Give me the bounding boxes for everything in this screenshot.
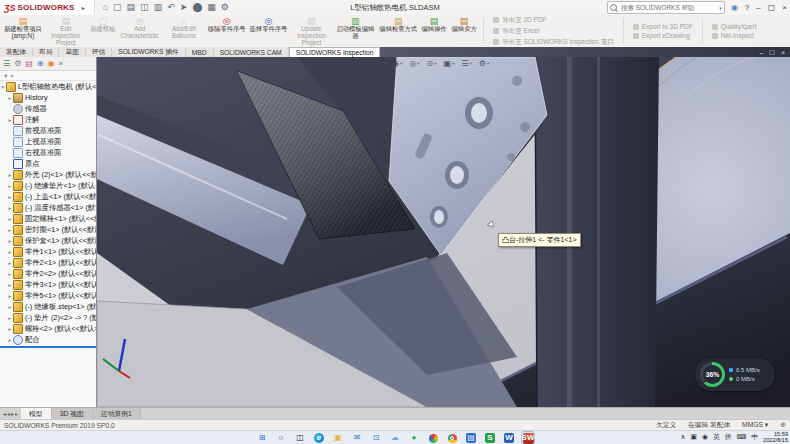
units-selector[interactable]: MMGS ▾: [742, 421, 768, 429]
tree-item[interactable]: 原点: [0, 158, 96, 169]
view-tool-icon[interactable]: ⚙ ▾: [479, 60, 489, 68]
export-menu-item[interactable]: Net-Inspect: [712, 32, 757, 39]
filter-caret-icon[interactable]: ▾: [10, 73, 13, 79]
export-menu-item[interactable]: 导出至 SOLIDWORKS Inspection 项目: [493, 38, 614, 47]
search-dropdown-icon[interactable]: ▾: [719, 5, 722, 11]
chevron-down-icon[interactable]: ▾: [400, 62, 402, 67]
panel-tab-icon[interactable]: ⚙: [14, 60, 21, 68]
chevron-down-icon[interactable]: ▾: [384, 62, 386, 67]
taskbar-icon[interactable]: ◫: [294, 432, 306, 444]
chevron-down-icon[interactable]: ▾: [452, 62, 454, 67]
taskbar-icon[interactable]: ☁: [389, 432, 401, 444]
taskbar-icon[interactable]: ▤: [465, 432, 477, 444]
view-tool-icon[interactable]: ▣ ▾: [444, 60, 455, 68]
ribbon-button[interactable]: ○ Add/Edit Balloons: [162, 15, 206, 47]
child-minimize-button[interactable]: –: [759, 49, 763, 56]
ribbon-button[interactable]: ▤ Edit Inspection Project: [44, 15, 88, 47]
tree-item[interactable]: 上视基准面: [0, 136, 96, 147]
minimize-button[interactable]: –: [756, 3, 760, 12]
ribbon-button[interactable]: ▤ 编辑操作: [419, 15, 449, 47]
child-close-button[interactable]: ×: [781, 49, 785, 56]
chevron-down-icon[interactable]: ▾: [434, 62, 436, 67]
view-tool-icon[interactable]: ⊟ ▾: [376, 60, 386, 68]
3d-viewport[interactable]: ⊡ ▾ ⊟ ▾ ◈ ▾ ◎ ▾: [97, 57, 790, 407]
tree-item[interactable]: ▸ 零件5<1> (默认<<默认>_显示状态: [0, 290, 96, 301]
taskbar-clock[interactable]: 15:59 2022/8/15: [763, 431, 788, 444]
export-menu-item[interactable]: QualityXpert: [712, 23, 757, 30]
login-icon[interactable]: ◉: [731, 3, 738, 12]
ribbon-button[interactable]: ◎ 选择零件序号: [248, 15, 290, 47]
help-search-box[interactable]: ▾: [607, 1, 725, 14]
export-menu-item[interactable]: 导出至 2D PDF: [493, 16, 614, 25]
export-menu-item[interactable]: Export to 3D PDF: [633, 23, 693, 30]
tree-item[interactable]: ▸ 零件2<2> (默认<<默认>_显示状态: [0, 268, 96, 279]
tab-scroll-arrow-icon[interactable]: ◂: [3, 410, 6, 417]
quick-access-icon[interactable]: ▤: [127, 3, 136, 12]
taskbar-icon[interactable]: SW: [522, 432, 534, 444]
tree-item[interactable]: ▸ 零件3<1> (默认<<默认>_显示状态: [0, 279, 96, 290]
ribbon-button[interactable]: ▤ 新建检查项目 (amp;N): [2, 15, 44, 47]
document-tab[interactable]: 运动算例1: [93, 408, 141, 419]
ribbon-button[interactable]: ▢ 新建模板: [88, 15, 118, 47]
taskbar-icon[interactable]: ●: [408, 432, 420, 444]
command-tab[interactable]: MBD: [186, 47, 214, 57]
tree-item[interactable]: ▸ (-) 上盖<1> (默认<<默认>_显示状: [0, 191, 96, 202]
quick-access-icon[interactable]: ▢: [113, 3, 122, 12]
tray-icon[interactable]: ▣: [691, 434, 697, 441]
tree-item[interactable]: ▸ 密封圈<1> (默认<<默认>_显示状: [0, 224, 96, 235]
command-tab[interactable]: 装配体: [0, 47, 33, 57]
tree-item[interactable]: ▸ 固定螺栓<1> (默认<<默认>_显示: [0, 213, 96, 224]
panel-tab-icon[interactable]: ▤: [25, 60, 33, 68]
quick-access-icon[interactable]: ▥: [154, 3, 163, 12]
tree-item[interactable]: ▸ 保护套<1> (默认<<默认>_显示状: [0, 235, 96, 246]
taskbar-icon[interactable]: W: [503, 432, 515, 444]
tree-item[interactable]: ▸ 外壳 (2)<1> (默认<<默认>_显示状: [0, 169, 96, 180]
taskbar-icon[interactable]: ▣: [332, 432, 344, 444]
tree-item[interactable]: ▸ 螺栓<2> (默认<<默认>_显示状态: [0, 323, 96, 334]
taskbar-icon[interactable]: [446, 432, 458, 444]
command-tab[interactable]: 评估: [86, 47, 112, 57]
tree-item[interactable]: 前视基准面: [0, 125, 96, 136]
tray-icon[interactable]: 英: [713, 434, 720, 441]
tab-scroll-arrow-icon[interactable]: ▸: [15, 410, 18, 417]
ribbon-button[interactable]: ▤ 编辑检查方式: [377, 15, 419, 47]
tray-icon[interactable]: 中: [751, 434, 758, 441]
taskbar-icon[interactable]: ⊡: [370, 432, 382, 444]
tray-icon[interactable]: ⌨: [737, 434, 747, 441]
tree-item[interactable]: ▸ History: [0, 92, 96, 103]
taskbar-icon[interactable]: ✉: [351, 432, 363, 444]
command-tab[interactable]: SOLIDWORKS 插件: [112, 47, 186, 57]
quick-access-icon[interactable]: ➤: [180, 3, 188, 12]
view-tool-icon[interactable]: ◈ ▾: [393, 60, 402, 68]
tree-item[interactable]: ▸ (-) 垫片 (2)<2> -> ? (默认<<默认>: [0, 312, 96, 323]
quick-access-icon[interactable]: ↶: [167, 3, 175, 12]
tab-scroll-arrow-icon[interactable]: ▸: [11, 410, 14, 417]
document-tab[interactable]: 模型: [21, 408, 52, 419]
view-tool-icon[interactable]: ☰ ▾: [461, 60, 471, 68]
tree-item[interactable]: ▸ 注解: [0, 114, 96, 125]
tree-item[interactable]: ▸ (-) 绝缘垫片<1> (默认<<默认>_显: [0, 180, 96, 191]
tab-scroll-arrow-icon[interactable]: ◂: [7, 410, 10, 417]
command-tab[interactable]: SOLIDWORKS CAM: [214, 47, 289, 57]
tree-filter-row[interactable]: ▼ ▾: [0, 71, 96, 81]
taskbar-icon[interactable]: e: [313, 432, 325, 444]
quick-access-icon[interactable]: ◫: [140, 3, 149, 12]
panel-tab-icon[interactable]: ⊕: [37, 60, 44, 68]
panel-tab-icon[interactable]: ◉: [48, 60, 55, 68]
ribbon-button[interactable]: ▤ 编辑卖方: [449, 15, 479, 47]
quick-access-icon[interactable]: ⚙: [221, 3, 229, 12]
chevron-down-icon[interactable]: ▾: [367, 62, 369, 67]
help-button[interactable]: ?: [745, 3, 749, 12]
panel-tab-icon[interactable]: »: [59, 60, 63, 68]
tray-icon[interactable]: ∧: [681, 434, 686, 441]
tree-item[interactable]: ▸ (-) 温度传感器<1> (默认<<默认>_: [0, 202, 96, 213]
ribbon-button[interactable]: ▥ 启动模板编辑器: [333, 15, 377, 47]
tree-item[interactable]: ▸ 零件2<1> (默认<<默认>_显示状态: [0, 257, 96, 268]
command-tab[interactable]: SOLIDWORKS Inspection: [289, 47, 381, 57]
close-button[interactable]: ×: [782, 3, 787, 12]
command-tab[interactable]: 布局: [33, 47, 59, 57]
tree-item[interactable]: ▸ 配合: [0, 334, 96, 345]
tray-icon[interactable]: 拼: [725, 434, 732, 441]
export-menu-item[interactable]: 导出至 Excel: [493, 27, 614, 36]
command-tab[interactable]: 草图: [59, 47, 85, 57]
